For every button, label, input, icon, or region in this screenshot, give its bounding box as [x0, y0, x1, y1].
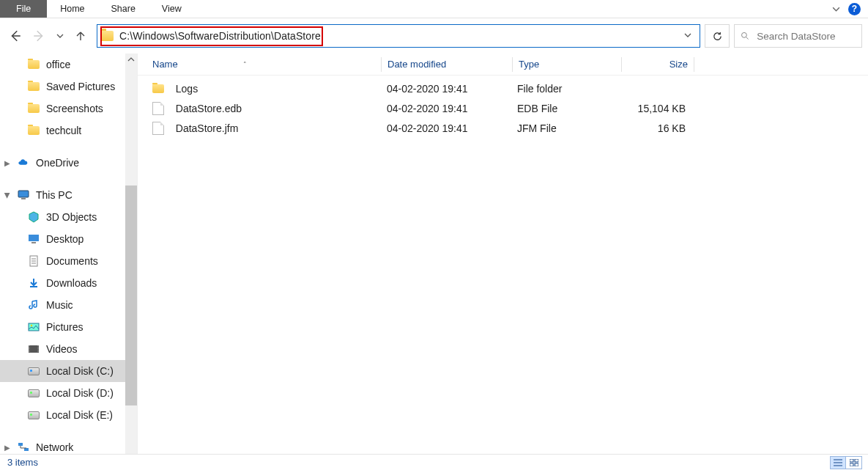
sidebar-item-this-pc[interactable]: ▶ This PC [0, 184, 137, 206]
svg-rect-11 [850, 459, 853, 462]
onedrive-icon [18, 157, 29, 169]
network-icon [18, 441, 29, 453]
forward-button[interactable] [32, 29, 45, 43]
this-pc-icon [18, 189, 29, 201]
sidebar-item-network[interactable]: ▶ Network [0, 436, 137, 454]
search-box[interactable] [734, 24, 862, 48]
chevron-right-icon[interactable]: ▶ [4, 159, 10, 167]
help-icon[interactable]: ? [848, 3, 861, 15]
svg-rect-10 [24, 448, 29, 451]
sidebar-item-label: Local Disk (C:) [46, 365, 114, 377]
chevron-down-icon[interactable]: ▶ [4, 192, 12, 198]
folder-icon [28, 60, 40, 69]
sidebar-item-desktop[interactable]: Desktop [0, 228, 137, 250]
table-row[interactable]: DataStore.edb 04-02-2020 19:41 EDB File … [138, 98, 868, 118]
chevron-right-icon[interactable]: ▶ [4, 444, 10, 452]
documents-icon [28, 255, 40, 267]
sidebar-item-label: Local Disk (E:) [46, 409, 113, 421]
disk-icon [28, 389, 40, 397]
status-bar: 3 items [0, 454, 868, 470]
column-date[interactable]: Date modified [382, 59, 512, 70]
sidebar-item-local-disk-c[interactable]: Local Disk (C:) [0, 360, 137, 382]
downloads-icon [28, 277, 40, 289]
file-rows: Logs 04-02-2020 19:41 File folder DataSt… [138, 76, 868, 138]
file-icon [152, 102, 164, 115]
sort-asc-icon: ˄ [243, 61, 247, 68]
disk-icon [28, 411, 40, 419]
sidebar-item-local-disk-e[interactable]: Local Disk (E:) [0, 404, 137, 426]
svg-rect-4 [31, 242, 36, 243]
table-row[interactable]: Logs 04-02-2020 19:41 File folder [138, 78, 868, 98]
tab-view[interactable]: View [149, 0, 195, 18]
pictures-icon [28, 321, 40, 333]
folder-icon [28, 126, 40, 135]
details-view-button[interactable] [830, 456, 846, 469]
sidebar-item-label: Documents [46, 255, 98, 267]
sidebar-item-techcult[interactable]: techcult [0, 120, 137, 142]
sidebar-item-label: Local Disk (D:) [46, 387, 114, 399]
address-input[interactable] [118, 27, 676, 45]
sidebar-scrollbar[interactable] [125, 54, 137, 454]
sidebar-item-documents[interactable]: Documents [0, 250, 137, 272]
sidebar-item-saved-pictures[interactable]: Saved Pictures [0, 76, 137, 98]
ribbon-expand-icon[interactable] [831, 4, 841, 14]
sidebar-item-label: 3D Objects [46, 211, 97, 223]
sidebar-item-local-disk-d[interactable]: Local Disk (D:) [0, 382, 137, 404]
svg-rect-14 [855, 463, 858, 466]
folder-icon [28, 104, 40, 113]
3d-objects-icon [28, 211, 40, 223]
column-size[interactable]: Size [622, 59, 694, 70]
address-folder-icon [100, 31, 114, 41]
disk-icon [28, 367, 40, 375]
column-name[interactable]: Name ˄ [146, 59, 381, 70]
recent-dropdown-icon[interactable] [56, 32, 64, 40]
sidebar-item-3d-objects[interactable]: 3D Objects [0, 206, 137, 228]
svg-rect-13 [850, 463, 853, 466]
sidebar-item-label: Pictures [46, 321, 84, 333]
desktop-icon [28, 233, 40, 245]
sidebar-item-pictures[interactable]: Pictures [0, 316, 137, 338]
up-button[interactable] [75, 30, 86, 42]
folder-icon [152, 84, 164, 93]
folder-icon [28, 82, 40, 91]
sidebar-item-videos[interactable]: Videos [0, 338, 137, 360]
search-icon [741, 31, 749, 41]
column-type[interactable]: Type [513, 59, 621, 70]
sidebar-item-downloads[interactable]: Downloads [0, 272, 137, 294]
sidebar-item-onedrive[interactable]: ▶ OneDrive [0, 152, 137, 174]
svg-point-0 [742, 32, 747, 37]
sidebar-item-screenshots[interactable]: Screenshots [0, 98, 137, 120]
tab-file[interactable]: File [0, 0, 47, 18]
sidebar-item-label: OneDrive [36, 157, 79, 169]
sidebar-item-label: Screenshots [46, 103, 103, 114]
view-switch [830, 456, 862, 469]
sidebar-item-label: This PC [36, 189, 73, 201]
nav-buttons [6, 29, 92, 43]
ribbon-tabs: File Home Share View ? [0, 0, 868, 18]
tab-home[interactable]: Home [47, 0, 97, 18]
svg-rect-3 [29, 235, 39, 241]
sidebar-item-label: techcult [46, 125, 81, 136]
svg-rect-9 [18, 443, 23, 446]
sidebar: office Saved Pictures Screenshots techcu… [0, 54, 138, 454]
main-split: office Saved Pictures Screenshots techcu… [0, 54, 868, 454]
sidebar-item-label: office [46, 59, 70, 70]
sidebar-item-office[interactable]: office [0, 54, 137, 76]
address-history-icon[interactable] [680, 31, 695, 42]
scroll-thumb[interactable] [125, 186, 137, 405]
refresh-button[interactable] [705, 24, 730, 48]
sidebar-item-music[interactable]: Music [0, 294, 137, 316]
table-row[interactable]: DataStore.jfm 04-02-2020 19:41 JFM File … [138, 118, 868, 138]
svg-rect-8 [29, 345, 39, 353]
thumbnails-view-button[interactable] [846, 456, 862, 469]
address-bar[interactable] [97, 24, 700, 48]
status-text: 3 items [7, 457, 38, 468]
tab-share[interactable]: Share [98, 0, 149, 18]
sidebar-item-label: Saved Pictures [46, 81, 115, 92]
svg-rect-2 [21, 198, 26, 199]
svg-rect-12 [855, 459, 858, 462]
back-button[interactable] [9, 29, 22, 43]
search-input[interactable] [755, 30, 856, 43]
sidebar-item-label: Desktop [46, 233, 84, 245]
scroll-up-icon[interactable] [125, 54, 137, 65]
